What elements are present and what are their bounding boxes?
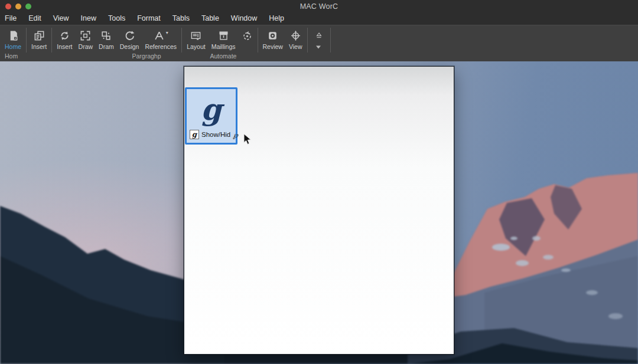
ribbon-group-labels: Hom Pargraghp Automate <box>0 53 638 61</box>
ribbon-toolbar: Home Insert Insert Draw <box>0 25 638 61</box>
menu-table[interactable]: Table <box>196 13 225 24</box>
ribbon-button-label: Draw <box>79 43 93 50</box>
archive-box-icon <box>218 29 229 42</box>
ribbon-button-review[interactable]: Review <box>260 28 286 53</box>
menu-file[interactable]: File <box>2 13 22 24</box>
sync-arrows-icon <box>59 29 70 42</box>
rotate-arrow-icon <box>124 29 135 42</box>
ribbon-button-automate-dial[interactable] <box>239 28 256 53</box>
layout-squares-icon <box>100 29 112 42</box>
show-hide-glyph: g <box>187 89 236 129</box>
slide-layout-icon <box>190 29 201 42</box>
ribbon-buttons: Home Insert Insert Draw <box>2 28 333 53</box>
move-cross-icon <box>290 29 301 42</box>
ribbon-collapse-control <box>310 28 328 53</box>
ribbon-button-label: Design <box>120 43 139 50</box>
menu-edit[interactable]: Edit <box>22 13 47 24</box>
chevron-down-icon: ▾ <box>166 30 168 36</box>
ribbon-button-dram[interactable]: Dram <box>96 28 117 53</box>
show-hide-button[interactable]: g g Show/Hid ℘ <box>185 87 237 145</box>
expand-squares-icon <box>80 29 91 42</box>
ribbon-button-insert-2[interactable]: Insert <box>54 28 75 53</box>
pilcrow-symbol-icon: ℘ <box>233 130 238 139</box>
app-screen: MAC WorC File Edit View Inew Tools Forma… <box>0 0 638 364</box>
ribbon-separator <box>330 28 331 53</box>
document-page[interactable]: g g Show/Hid ℘ <box>184 66 454 355</box>
show-hide-caption: g Show/Hid ℘ <box>187 129 236 143</box>
paste-icon <box>8 29 19 42</box>
ribbon-button-label: Review <box>263 43 283 50</box>
tent-icon <box>154 29 165 42</box>
show-hide-label: Show/Hid <box>201 131 230 138</box>
ribbon-separator <box>26 28 27 53</box>
pages-icon <box>34 29 45 42</box>
ribbon-separator <box>51 28 52 53</box>
window-title: MAC WorC <box>0 2 638 11</box>
ribbon-separator <box>181 28 182 53</box>
ribbon-button-insert[interactable]: Insert <box>28 28 50 53</box>
record-circle-icon <box>267 29 278 42</box>
expand-ribbon-down-icon[interactable] <box>315 41 323 52</box>
ribbon-separator <box>307 28 308 53</box>
menu-format[interactable]: Format <box>131 13 167 24</box>
ribbon-button-label: Maillings <box>211 43 236 50</box>
ribbon-button-label: Insert <box>31 43 47 50</box>
menu-inew[interactable]: Inew <box>75 13 102 24</box>
menubar: MAC WorC File Edit View Inew Tools Forma… <box>0 0 638 25</box>
ribbon-separator <box>258 28 258 53</box>
menu-help[interactable]: Help <box>263 13 290 24</box>
menu-window[interactable]: Window <box>225 13 263 24</box>
ribbon-button-label: Insert <box>57 43 72 50</box>
ribbon-button-label: Home <box>5 43 21 50</box>
ribbon-button-label: View <box>289 43 302 50</box>
ribbon-button-maillings[interactable]: Maillings <box>209 28 239 53</box>
dial-icon <box>242 29 253 42</box>
ribbon-button-home[interactable]: Home <box>2 28 24 53</box>
group-label-automate: Automate <box>194 53 253 60</box>
ribbon-button-draw[interactable]: Draw <box>76 28 96 53</box>
show-hide-mini-icon: g <box>190 130 199 139</box>
group-label-pargraghp: Pargraghp <box>117 53 176 60</box>
ribbon-button-label: Dram <box>99 43 114 50</box>
ribbon-button-design[interactable]: Design <box>117 28 142 53</box>
mouse-cursor-icon <box>243 133 252 147</box>
ribbon-button-label: References <box>145 43 177 50</box>
ribbon-button-label: Layout <box>187 43 206 50</box>
menu-view[interactable]: View <box>47 13 75 24</box>
menu-tools[interactable]: Tools <box>102 13 131 24</box>
menu-tabls[interactable]: Tabls <box>167 13 196 24</box>
ribbon-button-layout[interactable]: Layout <box>184 28 209 53</box>
menu-row: File Edit View Inew Tools Format Tabls T… <box>2 13 290 24</box>
group-label-hom: Hom <box>5 53 28 60</box>
ribbon-button-references[interactable]: ▾ References <box>142 28 180 53</box>
collapse-ribbon-up-icon[interactable] <box>315 31 323 41</box>
ribbon-button-view[interactable]: View <box>286 28 305 53</box>
